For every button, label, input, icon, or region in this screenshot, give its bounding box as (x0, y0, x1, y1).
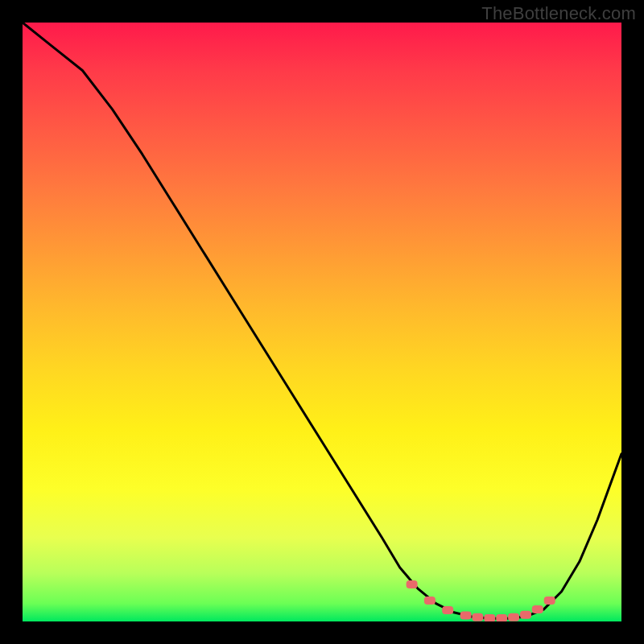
plot-area (23, 23, 621, 621)
svg-rect-5 (484, 614, 495, 621)
optimal-range-dots (407, 580, 555, 621)
watermark-text: TheBottleneck.com (481, 3, 636, 24)
svg-rect-3 (460, 612, 472, 620)
svg-rect-0 (407, 580, 418, 588)
bottleneck-curve (23, 23, 621, 618)
svg-rect-2 (442, 606, 453, 614)
svg-rect-10 (544, 597, 555, 605)
svg-rect-9 (532, 605, 543, 613)
svg-rect-1 (424, 597, 436, 605)
chart-svg (23, 23, 621, 621)
svg-rect-7 (508, 613, 519, 621)
svg-rect-6 (496, 614, 507, 621)
svg-rect-8 (520, 611, 531, 619)
chart-frame: TheBottleneck.com (0, 0, 644, 644)
svg-rect-4 (472, 613, 483, 621)
